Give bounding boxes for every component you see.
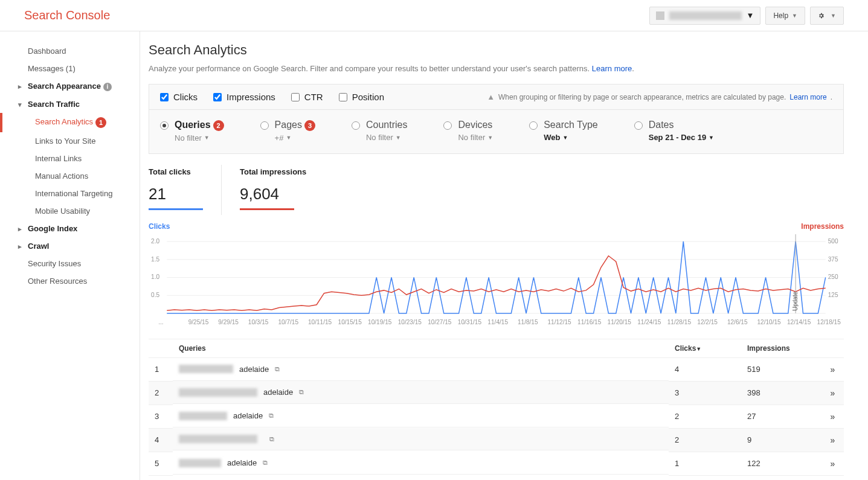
row-expand[interactable]: » xyxy=(820,405,844,428)
table-row[interactable]: 2adelaide⧉3398» xyxy=(149,381,844,405)
table-row[interactable]: 5adelaide⧉1122» xyxy=(149,452,844,475)
sidebar-item-label: International Targeting xyxy=(35,189,112,198)
metric-checkbox[interactable]: Position xyxy=(339,92,384,102)
caret-down-icon: ▼ xyxy=(562,135,568,141)
dimension-filter[interactable]: +#▼ xyxy=(275,133,315,142)
dimension-item[interactable]: Pages3+#▼ xyxy=(260,120,315,142)
dimension-item[interactable]: Search TypeWeb▼ xyxy=(529,120,598,142)
col-clicks[interactable]: Clicks▼ xyxy=(669,339,741,357)
sidebar-item[interactable]: International Targeting xyxy=(0,185,140,202)
svg-text:10/31/15: 10/31/15 xyxy=(458,319,482,325)
checkbox[interactable] xyxy=(213,93,222,101)
radio-icon[interactable] xyxy=(529,121,538,130)
metric-checkbox[interactable]: Impressions xyxy=(213,92,275,102)
query-cell[interactable]: adelaide⧉ xyxy=(173,405,669,427)
metric-note-text: When grouping or filtering by page or se… xyxy=(498,93,786,101)
chart: Clicks Impressions 0.51.01.52.0125250375… xyxy=(149,222,844,330)
query-suffix: adelaide xyxy=(263,388,293,397)
sidebar-item[interactable]: ▸Search Appearancei xyxy=(0,77,140,95)
row-expand[interactable]: » xyxy=(820,452,844,475)
dimension-item[interactable]: CountriesNo filter▼ xyxy=(352,120,407,142)
warning-icon: ▲ xyxy=(487,92,495,101)
query-redacted xyxy=(179,459,221,467)
svg-text:500: 500 xyxy=(828,238,838,245)
svg-text:11/20/15: 11/20/15 xyxy=(608,319,632,325)
external-link-icon[interactable]: ⧉ xyxy=(269,435,274,443)
caret-down-icon: ▼ xyxy=(747,11,754,20)
header: Search Console ▼ Help ▼ ▼ xyxy=(0,0,868,31)
legend-clicks: Clicks xyxy=(149,222,170,231)
sidebar-item[interactable]: Other Resources xyxy=(0,272,140,290)
dimension-filter[interactable]: Sep 21 - Dec 19▼ xyxy=(649,133,714,142)
sidebar-item[interactable]: ▾Search Traffic xyxy=(0,95,140,113)
metric-label: Clicks xyxy=(173,92,198,102)
row-index: 2 xyxy=(149,381,173,405)
table-row[interactable]: 3adelaide⧉227» xyxy=(149,405,844,428)
sidebar-item-label: Search Appearance xyxy=(28,82,101,91)
svg-text:12/6/15: 12/6/15 xyxy=(727,319,748,325)
metric-row: ClicksImpressionsCTRPosition ▲ When grou… xyxy=(149,85,843,110)
settings-button[interactable]: ▼ xyxy=(810,7,844,25)
checkbox[interactable] xyxy=(339,93,347,101)
external-link-icon[interactable]: ⧉ xyxy=(275,365,280,373)
svg-text:11/8/15: 11/8/15 xyxy=(518,319,538,325)
toggle-icon: ▾ xyxy=(18,101,22,109)
toggle-icon: ▸ xyxy=(18,225,22,233)
sidebar-item[interactable]: Messages (1) xyxy=(0,60,140,77)
annotation-badge: 3 xyxy=(304,120,315,131)
metric-checkbox[interactable]: Clicks xyxy=(160,92,198,102)
row-expand[interactable]: » xyxy=(820,428,844,452)
sidebar-item[interactable]: Links to Your Site xyxy=(0,132,140,150)
sidebar-item[interactable]: Search Analytics1 xyxy=(0,113,140,132)
sidebar-item[interactable]: ▸Crawl xyxy=(0,237,140,255)
help-button[interactable]: Help ▼ xyxy=(765,7,805,25)
metric-checkbox[interactable]: CTR xyxy=(291,92,323,102)
checkbox[interactable] xyxy=(291,93,300,101)
external-link-icon[interactable]: ⧉ xyxy=(269,412,274,420)
row-expand[interactable]: » xyxy=(820,381,844,405)
radio-icon[interactable] xyxy=(634,121,643,130)
query-suffix: adelaide xyxy=(239,365,269,374)
app-title[interactable]: Search Console xyxy=(24,8,110,22)
radio-icon[interactable] xyxy=(260,121,269,130)
query-cell[interactable]: adelaide⧉ xyxy=(173,452,669,475)
dimension-item[interactable]: DevicesNo filter▼ xyxy=(443,120,493,142)
svg-text:11/24/15: 11/24/15 xyxy=(637,319,661,325)
dimension-filter[interactable]: No filter▼ xyxy=(458,133,493,142)
table-row[interactable]: 4⧉29» xyxy=(149,428,844,452)
external-link-icon[interactable]: ⧉ xyxy=(299,388,304,396)
sidebar-item[interactable]: Mobile Usability xyxy=(0,202,140,220)
sidebar-item[interactable]: ▸Google Index xyxy=(0,220,140,237)
radio-icon[interactable] xyxy=(352,121,360,130)
sidebar-item[interactable]: Manual Actions xyxy=(0,167,140,185)
external-link-icon[interactable]: ⧉ xyxy=(263,459,268,467)
sidebar-item[interactable]: Security Issues xyxy=(0,255,140,272)
dimension-item[interactable]: Queries2No filter▼ xyxy=(160,120,224,142)
toggle-icon: ▸ xyxy=(18,83,22,91)
learn-more-link[interactable]: Learn more xyxy=(789,93,826,101)
row-expand[interactable]: » xyxy=(820,357,844,381)
caret-down-icon: ▼ xyxy=(487,135,493,141)
property-selector[interactable]: ▼ xyxy=(649,7,761,25)
query-cell[interactable]: adelaide⧉ xyxy=(173,358,669,381)
radio-icon[interactable] xyxy=(443,121,452,130)
learn-more-link[interactable]: Learn more xyxy=(592,64,632,73)
sort-desc-icon: ▼ xyxy=(696,346,701,352)
caret-down-icon: ▼ xyxy=(286,135,291,141)
dimension-filter[interactable]: No filter▼ xyxy=(175,133,224,142)
dimension-filter[interactable]: Web▼ xyxy=(544,133,598,142)
col-queries[interactable]: Queries xyxy=(173,339,669,357)
clicks-cell: 2 xyxy=(669,405,741,428)
table-row[interactable]: 1adelaide⧉4519» xyxy=(149,357,844,381)
sidebar-item[interactable]: Internal Links xyxy=(0,150,140,167)
query-cell[interactable]: adelaide⧉ xyxy=(173,381,669,404)
col-impressions[interactable]: Impressions xyxy=(741,339,820,357)
dimension-item[interactable]: DatesSep 21 - Dec 19▼ xyxy=(634,120,714,142)
dimension-filter[interactable]: No filter▼ xyxy=(366,133,407,142)
checkbox[interactable] xyxy=(160,93,169,101)
clicks-cell: 2 xyxy=(669,428,741,452)
sidebar-item[interactable]: Dashboard xyxy=(0,42,140,60)
query-cell[interactable]: ⧉ xyxy=(173,428,669,450)
radio-icon[interactable] xyxy=(160,121,169,130)
totals: Total clicks 21 Total impressions 9,604 xyxy=(149,165,844,215)
